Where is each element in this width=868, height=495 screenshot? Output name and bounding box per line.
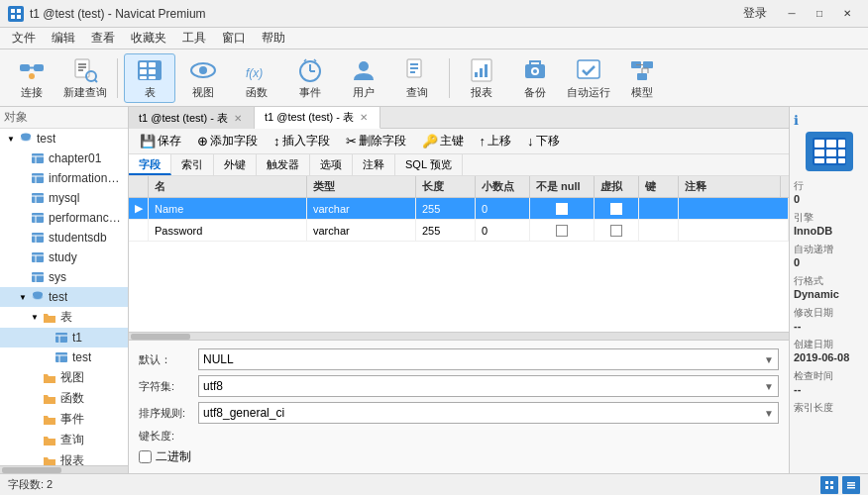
field-virtual-cell[interactable]	[595, 198, 639, 219]
sidebar-item-sys[interactable]: sys	[0, 267, 128, 287]
add-field-button[interactable]: ⊕ 添加字段	[190, 130, 265, 152]
sub-tab-comment[interactable]: 注释	[353, 154, 395, 175]
toolbar-btn-autorun[interactable]: 自动运行	[563, 53, 614, 103]
toolbar-btn-function[interactable]: f(x)函数	[231, 53, 282, 103]
status-btn-1[interactable]	[820, 476, 838, 494]
field-type-cell[interactable]: varchar	[307, 198, 416, 219]
sidebar-tree[interactable]: ▼testchapter01information_schemysqlperfo…	[0, 129, 128, 465]
toolbar-btn-query2[interactable]: 查询	[391, 53, 443, 103]
sidebar-item-test-root[interactable]: ▼test	[0, 129, 128, 148]
grid-hscroll-thumb[interactable]	[131, 334, 190, 340]
tree-label-chapter01: chapter01	[49, 151, 101, 165]
table-row[interactable]: ▶ Name varchar 255 0	[129, 198, 789, 220]
move-down-button[interactable]: ↓ 下移	[520, 130, 567, 152]
maximize-button[interactable]: □	[807, 4, 832, 24]
grid-rows[interactable]: ▶ Name varchar 255 0 Password	[129, 198, 789, 332]
field-decimal-cell[interactable]: 0	[476, 220, 530, 241]
sidebar-item-table-group[interactable]: ▼表	[0, 307, 128, 328]
hscroll-thumb[interactable]	[2, 467, 61, 473]
field-length-cell[interactable]: 255	[416, 198, 476, 219]
sidebar-item-test-table[interactable]: test	[0, 347, 128, 367]
field-name-cell[interactable]: Name	[149, 198, 307, 219]
binary-checkbox[interactable]	[139, 450, 152, 463]
toolbar-btn-table[interactable]: 表	[124, 53, 175, 103]
close-button[interactable]: ✕	[834, 4, 860, 24]
field-length-cell[interactable]: 255	[416, 220, 476, 241]
save-button[interactable]: 💾 保存	[133, 130, 188, 152]
sidebar-item-view-group[interactable]: 视图	[0, 367, 128, 388]
field-comment-cell[interactable]	[679, 198, 789, 219]
sidebar-item-study[interactable]: study	[0, 248, 128, 267]
field-name-cell[interactable]: Password	[149, 220, 307, 241]
notnull-checkbox[interactable]	[556, 225, 568, 237]
field-notnull-cell[interactable]	[530, 198, 595, 219]
toolbar-btn-connect[interactable]: 连接	[6, 53, 57, 103]
login-button[interactable]: 登录	[743, 5, 767, 22]
save-label: 保存	[158, 133, 181, 149]
menu-item-窗口[interactable]: 窗口	[214, 28, 254, 49]
toolbar-btn-backup[interactable]: 备份	[509, 53, 561, 103]
insert-field-button[interactable]: ↕ 插入字段	[267, 130, 337, 152]
grid-hscroll[interactable]	[129, 332, 789, 340]
menu-item-收藏夹[interactable]: 收藏夹	[123, 28, 174, 49]
status-btn-2[interactable]	[842, 476, 860, 494]
toolbar-btn-report[interactable]: 报表	[456, 53, 507, 103]
move-up-button[interactable]: ↑ 上移	[473, 130, 519, 152]
charset-select[interactable]: utf8 ▼	[198, 375, 779, 397]
add-field-label: 添加字段	[210, 133, 258, 149]
auto-inc-info: 自动递增 0	[794, 243, 864, 268]
tab-1[interactable]: t1 @test (test) - 表 ✕	[129, 107, 255, 129]
notnull-checkbox[interactable]	[556, 203, 568, 215]
menu-item-文件[interactable]: 文件	[4, 28, 44, 49]
minimize-button[interactable]: ─	[779, 4, 805, 24]
sidebar-item-t1[interactable]: t1	[0, 328, 128, 347]
svg-rect-41	[578, 60, 599, 78]
tab-2[interactable]: t1 @test (test) - 表 ✕	[255, 107, 380, 129]
sidebar-hscroll[interactable]	[0, 465, 128, 473]
virtual-checkbox[interactable]	[610, 203, 622, 215]
toolbar-btn-view[interactable]: 视图	[177, 53, 229, 103]
field-type-cell[interactable]: varchar	[307, 220, 416, 241]
delete-field-button[interactable]: ✂ 删除字段	[339, 130, 413, 152]
menu-item-编辑[interactable]: 编辑	[44, 28, 83, 49]
sidebar-item-func-group[interactable]: 函数	[0, 388, 128, 409]
toolbar-btn-event[interactable]: 事件	[284, 53, 336, 103]
sidebar-item-performance_sch[interactable]: performance_sch	[0, 208, 128, 228]
sidebar-item-test-db[interactable]: ▼test	[0, 287, 128, 307]
sidebar-item-query-group[interactable]: 查询	[0, 430, 128, 450]
field-decimal-cell[interactable]: 0	[476, 198, 530, 219]
tab-1-close[interactable]: ✕	[232, 113, 244, 124]
table-row[interactable]: Password varchar 255 0	[129, 220, 789, 242]
primary-key-button[interactable]: 🔑 主键	[415, 130, 471, 152]
sub-tab-index[interactable]: 索引	[171, 154, 214, 175]
sidebar-item-chapter01[interactable]: chapter01	[0, 148, 128, 168]
sidebar-item-studentsdb[interactable]: studentsdb	[0, 228, 128, 248]
menu-item-帮助[interactable]: 帮助	[254, 28, 293, 49]
sub-tab-sql-preview[interactable]: SQL 预览	[395, 154, 463, 175]
toolbar-btn-query[interactable]: 新建查询	[59, 53, 111, 103]
field-comment-cell[interactable]	[679, 220, 789, 241]
sidebar-item-mysql[interactable]: mysql	[0, 188, 128, 208]
menu-item-查看[interactable]: 查看	[83, 28, 123, 49]
field-notnull-cell[interactable]	[530, 220, 595, 241]
sub-tab-trigger[interactable]: 触发器	[257, 154, 310, 175]
event-icon	[296, 56, 324, 84]
tree-arrow-func-group	[28, 392, 42, 406]
sidebar-item-report-group[interactable]: 报表	[0, 450, 128, 465]
sidebar-item-event-group[interactable]: 事件	[0, 409, 128, 430]
virtual-checkbox[interactable]	[610, 225, 622, 237]
sidebar-header-label: 对象	[4, 109, 28, 126]
menu-item-工具[interactable]: 工具	[174, 28, 214, 49]
toolbar-btn-model[interactable]: 模型	[616, 53, 668, 103]
sub-tab-fields[interactable]: 字段	[129, 154, 171, 175]
sub-tab-options[interactable]: 选项	[310, 154, 353, 175]
svg-rect-43	[643, 61, 653, 68]
toolbar-btn-user[interactable]: 用户	[338, 53, 389, 103]
tab-2-close[interactable]: ✕	[358, 112, 370, 123]
field-virtual-cell[interactable]	[595, 220, 639, 241]
sub-tab-foreign-key[interactable]: 外键	[214, 154, 257, 175]
sidebar-item-information_sche[interactable]: information_sche	[0, 168, 128, 188]
collation-select[interactable]: utf8_general_ci ▼	[198, 402, 779, 424]
info-icon[interactable]: ℹ	[794, 113, 799, 128]
default-select[interactable]: NULL ▼	[198, 348, 779, 370]
